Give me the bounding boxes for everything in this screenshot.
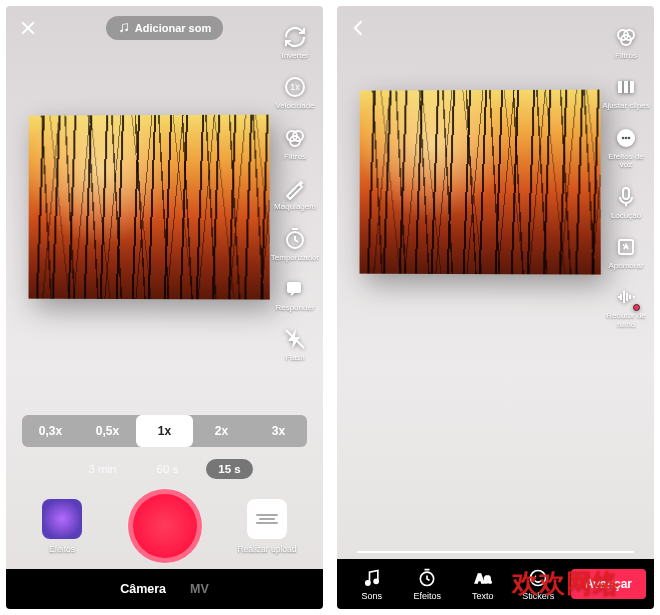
tool-label: Ajustar clipes [602, 102, 650, 110]
svg-point-16 [628, 136, 631, 139]
tool-voice-effects[interactable]: Efeitos de voz [602, 125, 650, 170]
edit-item-label: Texto [472, 591, 494, 601]
duration-selector: 3 min 60 s 15 s [6, 459, 323, 479]
edit-item-label: Stickers [522, 591, 554, 601]
svg-point-1 [125, 29, 128, 32]
edit-item-label: Efeitos [414, 591, 442, 601]
upload-thumb [247, 499, 287, 539]
tool-noise-reduction[interactable]: Redutor de ruído [602, 284, 650, 329]
effects-label: Efeitos [49, 544, 75, 554]
tool-filters[interactable]: Filtros [271, 125, 319, 161]
tool-flash[interactable]: Flash [271, 326, 319, 362]
music-note-icon [118, 22, 130, 34]
svg-text:1x: 1x [290, 82, 300, 92]
tool-label: Efeitos de voz [602, 153, 650, 170]
tool-enhance[interactable]: Aprimorar [602, 234, 650, 270]
flash-off-icon [282, 326, 308, 352]
tool-label: Flash [285, 354, 305, 362]
edit-item-label: Sons [362, 591, 383, 601]
svg-point-19 [366, 580, 370, 584]
tool-timer[interactable]: Temporizador [271, 226, 319, 262]
tool-label: Filtros [284, 153, 306, 161]
tool-label: Inverter [281, 52, 308, 60]
duration-15s[interactable]: 15 s [206, 459, 252, 479]
effects-icon [417, 568, 437, 588]
tool-flip[interactable]: Inverter [271, 24, 319, 60]
nav-camera[interactable]: Câmera [120, 582, 166, 596]
tool-voiceover[interactable]: Locução [602, 184, 650, 220]
adjust-clips-icon [613, 74, 639, 100]
filters-icon [613, 24, 639, 50]
tool-speed[interactable]: 1x Velocidade [271, 74, 319, 110]
tool-filters[interactable]: Filtros [602, 24, 650, 60]
svg-point-24 [535, 575, 537, 577]
tool-label: Redutor de ruído [602, 312, 650, 329]
effects-thumb [42, 499, 82, 539]
nav-mv[interactable]: MV [190, 582, 209, 596]
tool-reply[interactable]: Responder [271, 276, 319, 312]
tool-label: Locução [611, 212, 641, 220]
mic-icon [613, 184, 639, 210]
record-row: Efeitos Realizar upload [6, 489, 323, 563]
tool-label: Responder [275, 304, 314, 312]
reply-icon [282, 276, 308, 302]
add-sound-label: Adicionar som [135, 22, 211, 34]
speed-1x[interactable]: 1x [136, 415, 193, 447]
next-button[interactable]: Avançar [571, 569, 646, 599]
record-button[interactable] [128, 489, 202, 563]
edit-text[interactable]: Aa Texto [456, 568, 510, 601]
tool-label: Temporizador [271, 254, 319, 262]
camera-side-tools: Inverter 1x Velocidade Filtros Maquiagem… [271, 24, 319, 363]
svg-point-15 [625, 136, 628, 139]
voice-effects-icon [613, 125, 639, 151]
edit-side-tools: Filtros Ajustar clipes Efeitos de voz Lo… [602, 24, 650, 329]
speed-3x[interactable]: 3x [250, 415, 307, 447]
beauty-icon [282, 175, 308, 201]
wall-painting [29, 114, 270, 299]
svg-rect-17 [623, 188, 629, 199]
notification-dot [633, 304, 640, 311]
filters-icon [282, 125, 308, 151]
svg-text:Aa: Aa [475, 572, 492, 586]
tool-label: Aprimorar [608, 262, 643, 270]
duration-60s[interactable]: 60 s [144, 459, 190, 479]
tool-label: Filtros [615, 52, 637, 60]
speed-icon: 1x [282, 74, 308, 100]
tool-adjust-clips[interactable]: Ajustar clipes [602, 74, 650, 110]
speed-2x[interactable]: 2x [193, 415, 250, 447]
close-icon[interactable] [16, 16, 40, 40]
upload-label: Realizar upload [237, 544, 296, 554]
add-sound-button[interactable]: Adicionar som [106, 16, 223, 40]
music-note-icon [362, 568, 382, 588]
edit-stickers[interactable]: Stickers [512, 568, 566, 601]
back-icon[interactable] [347, 16, 371, 40]
tool-label: Velocidade [275, 102, 314, 110]
svg-point-25 [540, 575, 542, 577]
speed-0-5x[interactable]: 0,5x [79, 415, 136, 447]
svg-point-14 [622, 136, 625, 139]
stickers-icon [528, 568, 548, 588]
camera-bottom-nav: Câmera MV [6, 569, 323, 609]
speed-selector: 0,3x 0,5x 1x 2x 3x [22, 415, 307, 447]
tool-beauty[interactable]: Maquiagem [271, 175, 319, 211]
svg-point-23 [531, 570, 546, 585]
upload-button[interactable]: Realizar upload [239, 499, 295, 554]
svg-rect-12 [618, 81, 634, 93]
effects-button[interactable]: Efeitos [34, 499, 90, 554]
timer-icon [282, 226, 308, 252]
edit-effects[interactable]: Efeitos [401, 568, 455, 601]
svg-rect-8 [287, 282, 301, 293]
edit-screen: Filtros Ajustar clipes Efeitos de voz Lo… [337, 6, 654, 609]
edit-sounds[interactable]: Sons [345, 568, 399, 601]
edit-bottom-bar: Sons Efeitos Aa Texto Stickers Avançar [337, 559, 654, 609]
camera-screen: Adicionar som Inverter 1x Velocidade Fil… [6, 6, 323, 609]
timeline-scrubber[interactable] [357, 551, 634, 553]
svg-point-0 [120, 30, 123, 33]
duration-3min[interactable]: 3 min [76, 459, 128, 479]
text-icon: Aa [473, 568, 493, 588]
noise-reduction-icon [613, 284, 639, 310]
flip-icon [282, 24, 308, 50]
wall-painting [360, 90, 601, 275]
speed-0-3x[interactable]: 0,3x [22, 415, 79, 447]
enhance-icon [613, 234, 639, 260]
